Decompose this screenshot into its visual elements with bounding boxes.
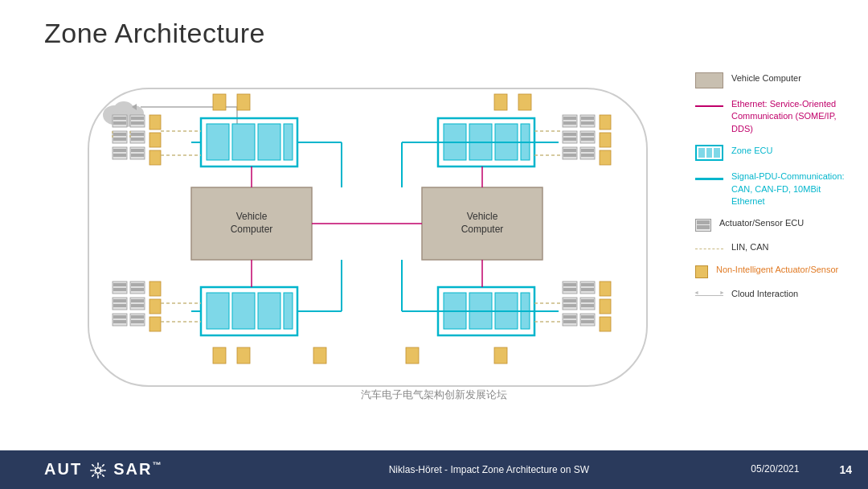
- svg-rect-44: [113, 117, 126, 120]
- svg-rect-76: [131, 299, 144, 302]
- svg-rect-26: [232, 293, 255, 329]
- autosar-gear-icon: [89, 462, 107, 479]
- svg-rect-27: [258, 293, 280, 329]
- svg-rect-124: [581, 304, 594, 307]
- svg-rect-47: [131, 117, 144, 120]
- svg-rect-9: [207, 124, 229, 160]
- svg-rect-96: [581, 117, 594, 120]
- svg-text:Vehicle: Vehicle: [467, 211, 498, 222]
- svg-rect-50: [113, 133, 126, 136]
- legend-signal-pdu: Signal-PDU-Communication: CAN, CAN-FD, 1…: [695, 171, 852, 208]
- svg-rect-84: [149, 281, 161, 296]
- svg-rect-120: [563, 299, 576, 302]
- legend-zone-icon: [695, 145, 723, 161]
- svg-rect-121: [563, 304, 576, 307]
- svg-rect-25: [207, 293, 229, 329]
- svg-rect-90: [213, 94, 226, 110]
- svg-rect-94: [563, 121, 576, 125]
- svg-rect-103: [581, 138, 594, 141]
- legend-lin-label: LIN, CAN: [731, 241, 768, 253]
- svg-rect-97: [581, 121, 594, 125]
- legend-eth-icon: [695, 105, 723, 107]
- legend-vehicle-computer: Vehicle Computer: [695, 72, 852, 88]
- svg-rect-68: [113, 288, 126, 291]
- legend-lin-icon: [695, 249, 723, 250]
- svg-rect-127: [563, 320, 576, 323]
- footer-logo: AUT SAR™: [44, 460, 162, 479]
- svg-rect-129: [581, 315, 594, 318]
- footer-center: Niklas-Höret - Impact Zone Architecture …: [227, 464, 751, 475]
- svg-rect-106: [563, 154, 576, 157]
- svg-rect-91: [237, 94, 250, 110]
- svg-rect-109: [581, 154, 594, 157]
- svg-rect-111: [600, 133, 611, 147]
- diagram-area: Vehicle Computer Vehicle Computer: [44, 68, 687, 414]
- svg-rect-123: [581, 299, 594, 302]
- legend-sig-icon: [695, 178, 723, 180]
- svg-rect-10: [232, 124, 255, 160]
- svg-rect-70: [131, 283, 144, 286]
- legend-cloud-label: Cloud Interaction: [731, 288, 798, 300]
- svg-rect-63: [149, 150, 161, 165]
- svg-rect-83: [131, 320, 144, 323]
- legend-cloud-interaction: Cloud Interaction: [695, 288, 852, 300]
- svg-rect-53: [131, 133, 144, 136]
- legend-zone-label: Zone ECU: [731, 145, 772, 157]
- svg-rect-89: [313, 347, 326, 364]
- legend-zone-ecu: Zone ECU: [695, 145, 852, 161]
- svg-rect-51: [113, 138, 126, 141]
- watermark: 汽车电子电气架构创新发展论坛: [361, 388, 507, 402]
- svg-rect-67: [113, 283, 126, 286]
- svg-rect-73: [113, 299, 126, 302]
- svg-rect-102: [581, 133, 594, 136]
- slide-container: Zone Architecture: [0, 0, 868, 450]
- svg-rect-93: [563, 117, 576, 120]
- svg-rect-60: [131, 154, 144, 157]
- legend-sig-label: Signal-PDU-Communication: CAN, CAN-FD, 1…: [731, 171, 852, 208]
- svg-rect-99: [563, 133, 576, 136]
- svg-rect-117: [581, 283, 594, 286]
- legend-lin-can: LIN, CAN: [695, 241, 852, 253]
- svg-rect-56: [113, 149, 126, 152]
- svg-rect-57: [113, 154, 126, 157]
- svg-rect-134: [494, 94, 507, 110]
- svg-rect-86: [149, 317, 161, 331]
- svg-rect-126: [563, 315, 576, 318]
- svg-rect-87: [213, 347, 226, 364]
- svg-rect-115: [563, 288, 576, 291]
- svg-rect-74: [113, 304, 126, 307]
- svg-rect-79: [113, 315, 126, 318]
- svg-point-154: [95, 468, 100, 473]
- svg-rect-131: [600, 281, 611, 296]
- svg-rect-108: [581, 149, 594, 152]
- legend-act-label: Actuator/Sensor ECU: [719, 217, 804, 229]
- svg-rect-100: [563, 138, 576, 141]
- svg-rect-12: [284, 124, 293, 160]
- svg-rect-62: [149, 133, 161, 147]
- svg-rect-137: [406, 347, 419, 364]
- svg-rect-77: [131, 304, 144, 307]
- architecture-diagram: Vehicle Computer Vehicle Computer: [44, 68, 711, 422]
- legend: Vehicle Computer Ethernet: Service-Orien…: [695, 72, 852, 310]
- svg-rect-112: [600, 150, 611, 165]
- svg-rect-59: [131, 149, 144, 152]
- svg-text:Computer: Computer: [231, 224, 273, 235]
- legend-non-intelligent: Non-Intelligent Actuator/Sensor: [695, 264, 852, 278]
- svg-rect-85: [149, 299, 161, 314]
- legend-act-icon: [695, 219, 711, 232]
- svg-rect-11: [258, 124, 280, 160]
- legend-ethernet: Ethernet: Service-Oriented Communication…: [695, 98, 852, 135]
- svg-rect-80: [113, 320, 126, 323]
- svg-rect-54: [131, 138, 144, 141]
- svg-rect-45: [113, 121, 126, 125]
- svg-rect-114: [563, 283, 576, 286]
- legend-cloud-icon: [695, 295, 723, 297]
- legend-actuator-sensor: Actuator/Sensor ECU: [695, 217, 852, 232]
- svg-rect-82: [131, 315, 144, 318]
- legend-vc-label: Vehicle Computer: [731, 72, 801, 84]
- svg-rect-48: [131, 121, 144, 125]
- svg-rect-132: [600, 299, 611, 314]
- svg-text:Vehicle: Vehicle: [236, 211, 268, 222]
- svg-rect-133: [600, 317, 611, 331]
- svg-rect-118: [581, 288, 594, 291]
